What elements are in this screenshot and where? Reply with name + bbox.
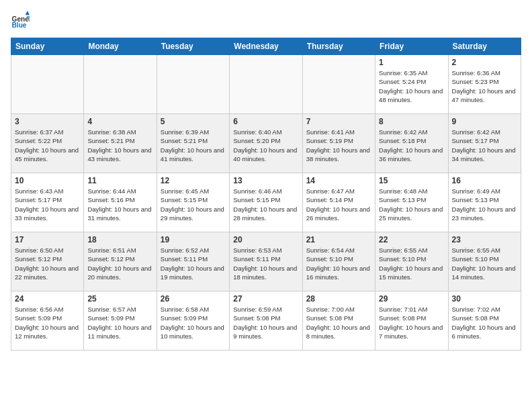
calendar-cell: 17Sunrise: 6:50 AMSunset: 5:12 PMDayligh…: [11, 232, 84, 291]
calendar-cell: 1Sunrise: 6:35 AMSunset: 5:24 PMDaylight…: [375, 55, 448, 114]
calendar-cell: 18Sunrise: 6:51 AMSunset: 5:12 PMDayligh…: [84, 232, 157, 291]
calendar-cell: 8Sunrise: 6:42 AMSunset: 5:18 PMDaylight…: [375, 114, 448, 173]
day-number: 16: [452, 176, 517, 185]
calendar-cell: 10Sunrise: 6:43 AMSunset: 5:17 PMDayligh…: [11, 173, 84, 232]
day-info: Sunrise: 6:59 AMSunset: 5:08 PMDaylight:…: [233, 305, 298, 340]
logo: General Blue: [11, 11, 34, 30]
day-number: 3: [15, 117, 80, 126]
day-info: Sunrise: 6:56 AMSunset: 5:09 PMDaylight:…: [15, 305, 80, 340]
day-info: Sunrise: 6:39 AMSunset: 5:21 PMDaylight:…: [161, 128, 226, 163]
calendar-cell: [11, 55, 84, 114]
calendar-cell: 15Sunrise: 6:48 AMSunset: 5:13 PMDayligh…: [375, 173, 448, 232]
calendar-cell: 29Sunrise: 7:01 AMSunset: 5:08 PMDayligh…: [375, 291, 448, 351]
day-info: Sunrise: 6:47 AMSunset: 5:14 PMDaylight:…: [306, 187, 371, 222]
weekday-header: Tuesday: [157, 38, 229, 55]
day-number: 27: [233, 294, 298, 304]
calendar-week-row: 17Sunrise: 6:50 AMSunset: 5:12 PMDayligh…: [11, 232, 521, 291]
calendar-cell: 27Sunrise: 6:59 AMSunset: 5:08 PMDayligh…: [230, 291, 302, 351]
day-number: 8: [379, 117, 444, 126]
day-number: 30: [452, 294, 517, 304]
calendar-cell: 12Sunrise: 6:45 AMSunset: 5:15 PMDayligh…: [157, 173, 229, 232]
day-number: 11: [87, 176, 152, 185]
day-info: Sunrise: 6:54 AMSunset: 5:10 PMDaylight:…: [306, 246, 371, 281]
calendar-cell: [84, 55, 157, 114]
day-number: 21: [306, 235, 371, 244]
calendar-cell: 24Sunrise: 6:56 AMSunset: 5:09 PMDayligh…: [11, 291, 84, 351]
weekday-header: Thursday: [302, 38, 375, 55]
calendar-cell: 26Sunrise: 6:58 AMSunset: 5:09 PMDayligh…: [157, 291, 229, 351]
calendar-cell: [302, 55, 375, 114]
calendar-cell: 28Sunrise: 7:00 AMSunset: 5:08 PMDayligh…: [302, 291, 375, 351]
calendar-week-row: 10Sunrise: 6:43 AMSunset: 5:17 PMDayligh…: [11, 173, 521, 232]
calendar-cell: 23Sunrise: 6:55 AMSunset: 5:10 PMDayligh…: [448, 232, 521, 291]
calendar-cell: 14Sunrise: 6:47 AMSunset: 5:14 PMDayligh…: [302, 173, 375, 232]
day-info: Sunrise: 6:44 AMSunset: 5:16 PMDaylight:…: [87, 187, 152, 222]
day-number: 5: [161, 117, 226, 126]
weekday-header-row: SundayMondayTuesdayWednesdayThursdayFrid…: [11, 38, 521, 55]
day-number: 15: [379, 176, 444, 185]
calendar-cell: 9Sunrise: 6:42 AMSunset: 5:17 PMDaylight…: [448, 114, 521, 173]
day-info: Sunrise: 6:42 AMSunset: 5:18 PMDaylight:…: [379, 128, 444, 163]
day-number: 7: [306, 117, 371, 126]
calendar-cell: [157, 55, 229, 114]
calendar-cell: 25Sunrise: 6:57 AMSunset: 5:09 PMDayligh…: [84, 291, 157, 351]
day-number: 24: [15, 294, 80, 304]
day-number: 20: [233, 235, 298, 244]
calendar-week-row: 24Sunrise: 6:56 AMSunset: 5:09 PMDayligh…: [11, 291, 521, 351]
calendar-cell: 30Sunrise: 7:02 AMSunset: 5:08 PMDayligh…: [448, 291, 521, 351]
day-number: 19: [161, 235, 226, 244]
calendar-cell: 6Sunrise: 6:40 AMSunset: 5:20 PMDaylight…: [230, 114, 302, 173]
day-info: Sunrise: 6:46 AMSunset: 5:15 PMDaylight:…: [233, 187, 298, 222]
day-info: Sunrise: 6:58 AMSunset: 5:09 PMDaylight:…: [161, 305, 226, 340]
day-number: 18: [87, 235, 152, 244]
calendar-cell: 11Sunrise: 6:44 AMSunset: 5:16 PMDayligh…: [84, 173, 157, 232]
calendar-week-row: 3Sunrise: 6:37 AMSunset: 5:22 PMDaylight…: [11, 114, 521, 173]
day-number: 1: [379, 58, 444, 67]
day-info: Sunrise: 6:48 AMSunset: 5:13 PMDaylight:…: [379, 187, 444, 222]
day-number: 22: [379, 235, 444, 244]
page-header: General Blue: [11, 11, 521, 30]
day-number: 23: [452, 235, 517, 244]
calendar-cell: 4Sunrise: 6:38 AMSunset: 5:21 PMDaylight…: [84, 114, 157, 173]
day-number: 12: [161, 176, 226, 185]
day-number: 25: [87, 294, 152, 304]
calendar-cell: 21Sunrise: 6:54 AMSunset: 5:10 PMDayligh…: [302, 232, 375, 291]
day-number: 17: [15, 235, 80, 244]
day-info: Sunrise: 6:49 AMSunset: 5:13 PMDaylight:…: [452, 187, 517, 222]
calendar-week-row: 1Sunrise: 6:35 AMSunset: 5:24 PMDaylight…: [11, 55, 521, 114]
day-info: Sunrise: 6:52 AMSunset: 5:11 PMDaylight:…: [161, 246, 226, 281]
weekday-header: Wednesday: [230, 38, 302, 55]
day-info: Sunrise: 6:53 AMSunset: 5:11 PMDaylight:…: [233, 246, 298, 281]
day-number: 9: [452, 117, 517, 126]
calendar-cell: 5Sunrise: 6:39 AMSunset: 5:21 PMDaylight…: [157, 114, 229, 173]
day-info: Sunrise: 7:02 AMSunset: 5:08 PMDaylight:…: [452, 305, 517, 340]
day-number: 6: [233, 117, 298, 126]
day-info: Sunrise: 7:00 AMSunset: 5:08 PMDaylight:…: [306, 305, 371, 340]
calendar-cell: 19Sunrise: 6:52 AMSunset: 5:11 PMDayligh…: [157, 232, 229, 291]
day-info: Sunrise: 6:50 AMSunset: 5:12 PMDaylight:…: [15, 246, 80, 281]
weekday-header: Friday: [375, 38, 448, 55]
day-info: Sunrise: 6:42 AMSunset: 5:17 PMDaylight:…: [452, 128, 517, 163]
calendar-cell: 13Sunrise: 6:46 AMSunset: 5:15 PMDayligh…: [230, 173, 302, 232]
day-info: Sunrise: 6:37 AMSunset: 5:22 PMDaylight:…: [15, 128, 80, 163]
day-info: Sunrise: 6:40 AMSunset: 5:20 PMDaylight:…: [233, 128, 298, 163]
calendar-cell: 20Sunrise: 6:53 AMSunset: 5:11 PMDayligh…: [230, 232, 302, 291]
day-info: Sunrise: 6:38 AMSunset: 5:21 PMDaylight:…: [87, 128, 152, 163]
day-info: Sunrise: 6:55 AMSunset: 5:10 PMDaylight:…: [452, 246, 517, 281]
day-info: Sunrise: 6:35 AMSunset: 5:24 PMDaylight:…: [379, 68, 444, 104]
weekday-header: Monday: [84, 38, 157, 55]
calendar-cell: 16Sunrise: 6:49 AMSunset: 5:13 PMDayligh…: [448, 173, 521, 232]
calendar-cell: 2Sunrise: 6:36 AMSunset: 5:23 PMDaylight…: [448, 55, 521, 114]
weekday-header: Sunday: [11, 38, 84, 55]
calendar-table: SundayMondayTuesdayWednesdayThursdayFrid…: [11, 38, 521, 351]
day-info: Sunrise: 6:51 AMSunset: 5:12 PMDaylight:…: [87, 246, 152, 281]
calendar-cell: 7Sunrise: 6:41 AMSunset: 5:19 PMDaylight…: [302, 114, 375, 173]
day-info: Sunrise: 6:43 AMSunset: 5:17 PMDaylight:…: [15, 187, 80, 222]
logo-icon: General Blue: [11, 11, 30, 30]
svg-marker-2: [26, 11, 30, 15]
day-number: 4: [87, 117, 152, 126]
calendar-cell: 22Sunrise: 6:55 AMSunset: 5:10 PMDayligh…: [375, 232, 448, 291]
weekday-header: Saturday: [448, 38, 521, 55]
day-info: Sunrise: 7:01 AMSunset: 5:08 PMDaylight:…: [379, 305, 444, 340]
day-info: Sunrise: 6:36 AMSunset: 5:23 PMDaylight:…: [452, 68, 517, 104]
